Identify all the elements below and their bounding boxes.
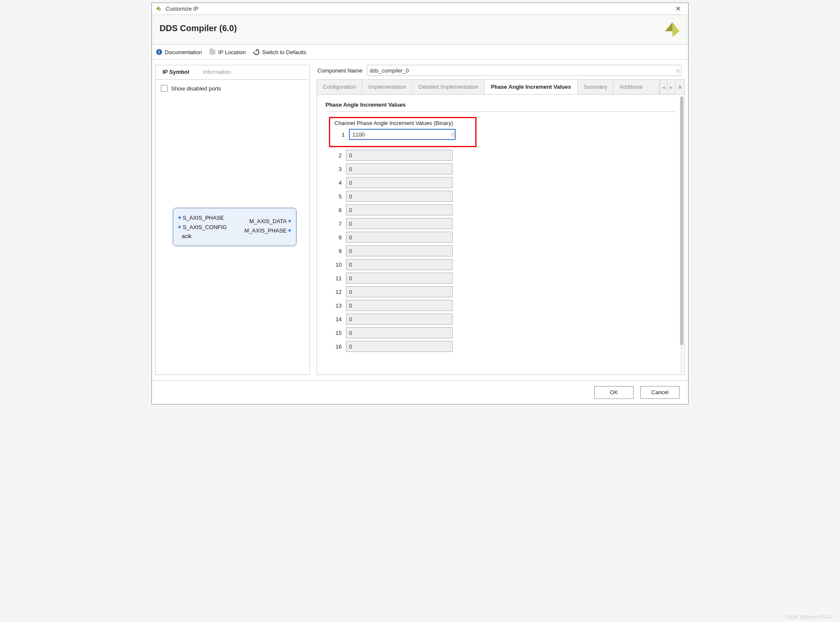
info-icon: i (156, 49, 162, 55)
component-name-input[interactable] (367, 65, 682, 76)
tabs-scroll-right[interactable]: ▸ (667, 80, 675, 94)
component-name-row: Component Name ⊘ (317, 65, 685, 79)
tab-phase-angle-increment[interactable]: Phase Angle Increment Values (485, 80, 577, 94)
expand-icon[interactable]: + (178, 214, 181, 221)
value-row-5: 5 (331, 191, 676, 202)
channel-value-input-13[interactable] (346, 300, 453, 311)
tab-configuration[interactable]: Configuration (317, 80, 362, 94)
channel-value-input-16[interactable] (346, 341, 453, 352)
row-index: 9 (331, 248, 342, 254)
documentation-label: Documentation (165, 49, 202, 55)
value-row-6: 6 (331, 204, 676, 215)
value-row-13: 13 (331, 300, 676, 311)
channel-value-input-9[interactable] (346, 245, 453, 256)
channel-value-input-5[interactable] (346, 191, 453, 202)
tabs-menu-icon[interactable]: ≡ (675, 80, 684, 94)
row-index: 4 (331, 180, 342, 186)
titlebar: Customize IP ✕ (152, 3, 688, 15)
expand-icon[interactable]: + (178, 224, 181, 230)
channel-value-input-11[interactable] (346, 273, 453, 284)
channel-value-input-4[interactable] (346, 177, 453, 188)
port-aclk: aclk (182, 233, 192, 239)
channel-value-input-2[interactable] (346, 150, 453, 161)
dialog-footer: OK Cancel (152, 380, 688, 404)
value-row-1: 1 ⊘ (334, 129, 473, 140)
tab-ip-symbol[interactable]: IP Symbol (156, 65, 196, 79)
ok-button[interactable]: OK (594, 386, 634, 399)
value-row-9: 9 (331, 245, 676, 256)
folder-icon (209, 49, 215, 55)
refresh-icon (252, 48, 261, 56)
tabs-scroll-left[interactable]: ◂ (660, 80, 667, 94)
channel-value-input-14[interactable] (346, 314, 453, 325)
value-row-2: 2 (331, 150, 676, 161)
clear-icon[interactable]: ⊘ (451, 131, 456, 138)
switch-defaults-link[interactable]: Switch to Defaults (253, 49, 306, 55)
tab-summary[interactable]: Summary (578, 80, 614, 94)
customize-ip-dialog: Customize IP ✕ DDS Compiler (6.0) iDocum… (151, 3, 689, 404)
show-disabled-ports-row[interactable]: Show disabled ports (161, 85, 304, 92)
value-row-4: 4 (331, 177, 676, 188)
ip-location-label: IP Location (218, 49, 246, 55)
ip-block-diagram: +S_AXIS_PHASE +S_AXIS_CONFIG aclk M_AXIS… (173, 208, 296, 246)
config-panel: Component Name ⊘ Configuration Implement… (317, 65, 685, 375)
scrollbar[interactable] (680, 96, 683, 373)
value-row-15: 15 (331, 327, 676, 338)
row-index: 13 (331, 302, 342, 309)
value-row-11: 11 (331, 273, 676, 284)
ip-symbol-panel: IP Symbol Information Show disabled port… (155, 65, 310, 375)
tab-implementation[interactable]: Implementation (362, 80, 413, 94)
channel-value-input-7[interactable] (346, 218, 453, 229)
value-row-12: 12 (331, 286, 676, 297)
window-title: Customize IP (166, 6, 671, 12)
app-logo-icon (155, 6, 162, 12)
switch-defaults-label: Switch to Defaults (262, 49, 306, 55)
tab-additional[interactable]: Additiona (613, 80, 660, 94)
value-rows-container: 2345678910111213141516 (326, 150, 676, 352)
left-tabs: IP Symbol Information (156, 65, 309, 80)
value-row-7: 7 (331, 218, 676, 229)
cancel-button[interactable]: Cancel (640, 386, 680, 399)
channel-value-input-6[interactable] (346, 204, 453, 215)
value-row-16: 16 (331, 341, 676, 352)
port-m-axis-phase: M_AXIS_PHASE+ (244, 227, 293, 234)
section-title: Phase Angle Increment Values (326, 102, 676, 112)
channel-value-input-12[interactable] (346, 286, 453, 297)
phase-angle-tab-content: Phase Angle Increment Values Channel Pha… (317, 95, 685, 375)
highlighted-region: Channel Phase Angle Increment Values (Bi… (329, 117, 477, 147)
group-title: Channel Phase Angle Increment Values (Bi… (334, 120, 473, 126)
close-button[interactable]: ✕ (671, 5, 685, 13)
tab-information[interactable]: Information (196, 65, 238, 79)
dialog-body: IP Symbol Information Show disabled port… (152, 60, 688, 380)
expand-icon[interactable]: + (288, 218, 291, 224)
dialog-header: DDS Compiler (6.0) (152, 15, 688, 44)
value-row-14: 14 (331, 314, 676, 325)
tab-detailed-implementation[interactable]: Detailed Implementation (413, 80, 485, 94)
show-disabled-ports-checkbox[interactable] (161, 85, 168, 92)
channel-value-input-3[interactable] (346, 163, 453, 174)
ip-symbol-body: Show disabled ports +S_AXIS_PHASE +S_AXI… (156, 80, 309, 375)
row-index: 5 (331, 193, 342, 200)
ip-location-link[interactable]: IP Location (209, 49, 246, 55)
expand-icon[interactable]: + (288, 227, 291, 234)
channel-value-input-1[interactable] (349, 129, 456, 140)
row-index: 6 (331, 207, 342, 213)
value-row-3: 3 (331, 163, 676, 174)
header-toolbar: iDocumentation IP Location Switch to Def… (152, 44, 688, 60)
component-name-label: Component Name (317, 67, 363, 74)
row-index: 10 (331, 262, 342, 268)
row-index: 12 (331, 289, 342, 295)
row-index: 7 (331, 221, 342, 227)
port-m-axis-data: M_AXIS_DATA+ (249, 218, 293, 224)
documentation-link[interactable]: iDocumentation (156, 49, 202, 55)
port-s-axis-phase: +S_AXIS_PHASE (177, 214, 224, 221)
channel-value-input-8[interactable] (346, 232, 453, 243)
show-disabled-ports-label: Show disabled ports (171, 85, 221, 92)
value-row-8: 8 (331, 232, 676, 243)
row-index: 14 (331, 316, 342, 323)
channel-value-input-15[interactable] (346, 327, 453, 338)
clear-icon[interactable]: ⊘ (676, 67, 680, 74)
channel-value-input-10[interactable] (346, 259, 453, 270)
scrollbar-thumb[interactable] (680, 96, 683, 345)
value-row-10: 10 (331, 259, 676, 270)
